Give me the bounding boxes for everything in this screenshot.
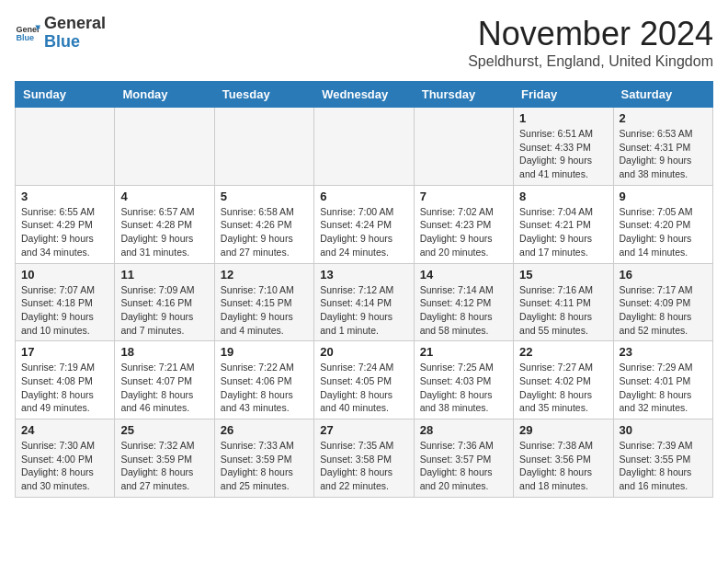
day-info: Sunrise: 7:21 AM Sunset: 4:07 PM Dayligh…	[120, 361, 208, 415]
calendar-cell: 21Sunrise: 7:25 AM Sunset: 4:03 PM Dayli…	[414, 341, 513, 419]
day-number: 17	[21, 345, 108, 359]
day-number: 5	[221, 190, 308, 203]
day-info: Sunrise: 6:55 AM Sunset: 4:29 PM Dayligh…	[21, 205, 108, 259]
day-number: 11	[120, 268, 208, 282]
calendar-cell: 14Sunrise: 7:14 AM Sunset: 4:12 PM Dayli…	[414, 263, 513, 341]
calendar-cell: 18Sunrise: 7:21 AM Sunset: 4:07 PM Dayli…	[115, 341, 214, 419]
day-number: 15	[519, 268, 607, 282]
day-info: Sunrise: 7:16 AM Sunset: 4:11 PM Dayligh…	[519, 283, 607, 338]
svg-text:Blue: Blue	[16, 33, 34, 42]
day-number: 1	[519, 111, 607, 125]
day-info: Sunrise: 7:39 AM Sunset: 3:55 PM Dayligh…	[620, 439, 707, 493]
day-number: 3	[21, 190, 108, 203]
day-number: 28	[420, 423, 507, 437]
logo: General Blue General Blue	[15, 15, 106, 52]
calendar-cell	[214, 108, 313, 186]
day-number: 27	[320, 423, 407, 437]
calendar-week-row: 17Sunrise: 7:19 AM Sunset: 4:08 PM Dayli…	[16, 341, 713, 419]
weekday-header: Wednesday	[314, 82, 414, 108]
calendar-cell	[414, 108, 513, 186]
day-info: Sunrise: 7:29 AM Sunset: 4:01 PM Dayligh…	[620, 361, 707, 415]
calendar-cell: 9Sunrise: 7:05 AM Sunset: 4:20 PM Daylig…	[613, 185, 712, 263]
day-number: 26	[221, 423, 308, 437]
day-number: 4	[120, 190, 208, 203]
day-number: 9	[620, 190, 707, 203]
day-info: Sunrise: 7:19 AM Sunset: 4:08 PM Dayligh…	[21, 361, 108, 415]
calendar-cell	[16, 108, 115, 186]
header: General Blue General Blue November 2024 …	[15, 15, 713, 70]
calendar-cell: 5Sunrise: 6:58 AM Sunset: 4:26 PM Daylig…	[214, 185, 313, 263]
day-info: Sunrise: 6:51 AM Sunset: 4:33 PM Dayligh…	[519, 127, 607, 181]
calendar-cell: 29Sunrise: 7:38 AM Sunset: 3:56 PM Dayli…	[514, 419, 613, 498]
calendar-week-row: 24Sunrise: 7:30 AM Sunset: 4:00 PM Dayli…	[16, 419, 713, 498]
calendar-cell: 30Sunrise: 7:39 AM Sunset: 3:55 PM Dayli…	[613, 419, 712, 498]
calendar-week-row: 10Sunrise: 7:07 AM Sunset: 4:18 PM Dayli…	[16, 263, 713, 341]
day-number: 10	[21, 268, 108, 282]
calendar-cell: 13Sunrise: 7:12 AM Sunset: 4:14 PM Dayli…	[314, 263, 414, 341]
calendar-week-row: 3Sunrise: 6:55 AM Sunset: 4:29 PM Daylig…	[16, 185, 713, 263]
day-number: 2	[620, 111, 707, 125]
day-info: Sunrise: 7:36 AM Sunset: 3:57 PM Dayligh…	[420, 439, 507, 493]
day-info: Sunrise: 7:22 AM Sunset: 4:06 PM Dayligh…	[221, 361, 308, 415]
calendar-header-row: SundayMondayTuesdayWednesdayThursdayFrid…	[16, 82, 713, 108]
day-info: Sunrise: 7:24 AM Sunset: 4:05 PM Dayligh…	[320, 361, 407, 415]
day-info: Sunrise: 7:05 AM Sunset: 4:20 PM Dayligh…	[620, 205, 707, 259]
calendar-cell	[115, 108, 214, 186]
day-number: 24	[21, 423, 108, 437]
title-area: November 2024 Speldhurst, England, Unite…	[468, 15, 713, 70]
day-info: Sunrise: 7:00 AM Sunset: 4:24 PM Dayligh…	[320, 205, 407, 259]
calendar-cell: 3Sunrise: 6:55 AM Sunset: 4:29 PM Daylig…	[16, 185, 115, 263]
day-number: 29	[519, 423, 607, 437]
calendar-cell: 15Sunrise: 7:16 AM Sunset: 4:11 PM Dayli…	[514, 263, 613, 341]
calendar-cell: 25Sunrise: 7:32 AM Sunset: 3:59 PM Dayli…	[115, 419, 214, 498]
day-info: Sunrise: 7:27 AM Sunset: 4:02 PM Dayligh…	[519, 361, 607, 415]
calendar-body: 1Sunrise: 6:51 AM Sunset: 4:33 PM Daylig…	[16, 108, 713, 498]
weekday-header: Tuesday	[214, 82, 313, 108]
calendar-cell: 27Sunrise: 7:35 AM Sunset: 3:58 PM Dayli…	[314, 419, 414, 498]
day-info: Sunrise: 6:57 AM Sunset: 4:28 PM Dayligh…	[120, 205, 208, 259]
location: Speldhurst, England, United Kingdom	[468, 53, 713, 70]
day-number: 16	[620, 268, 707, 282]
calendar-cell: 26Sunrise: 7:33 AM Sunset: 3:59 PM Dayli…	[214, 419, 313, 498]
calendar-cell: 23Sunrise: 7:29 AM Sunset: 4:01 PM Dayli…	[613, 341, 712, 419]
day-number: 14	[420, 268, 507, 282]
calendar-cell: 1Sunrise: 6:51 AM Sunset: 4:33 PM Daylig…	[514, 108, 613, 186]
day-info: Sunrise: 7:32 AM Sunset: 3:59 PM Dayligh…	[120, 439, 208, 493]
calendar-cell: 11Sunrise: 7:09 AM Sunset: 4:16 PM Dayli…	[115, 263, 214, 341]
month-title: November 2024	[468, 15, 713, 53]
calendar-cell: 7Sunrise: 7:02 AM Sunset: 4:23 PM Daylig…	[414, 185, 513, 263]
day-info: Sunrise: 7:35 AM Sunset: 3:58 PM Dayligh…	[320, 439, 407, 493]
day-info: Sunrise: 7:04 AM Sunset: 4:21 PM Dayligh…	[519, 205, 607, 259]
day-info: Sunrise: 7:25 AM Sunset: 4:03 PM Dayligh…	[420, 361, 507, 415]
day-number: 25	[120, 423, 208, 437]
calendar-cell: 20Sunrise: 7:24 AM Sunset: 4:05 PM Dayli…	[314, 341, 414, 419]
calendar-cell: 6Sunrise: 7:00 AM Sunset: 4:24 PM Daylig…	[314, 185, 414, 263]
calendar-cell: 24Sunrise: 7:30 AM Sunset: 4:00 PM Dayli…	[16, 419, 115, 498]
calendar-cell: 12Sunrise: 7:10 AM Sunset: 4:15 PM Dayli…	[214, 263, 313, 341]
day-number: 20	[320, 345, 407, 359]
day-number: 12	[221, 268, 308, 282]
calendar-cell: 28Sunrise: 7:36 AM Sunset: 3:57 PM Dayli…	[414, 419, 513, 498]
calendar-cell: 10Sunrise: 7:07 AM Sunset: 4:18 PM Dayli…	[16, 263, 115, 341]
day-info: Sunrise: 6:58 AM Sunset: 4:26 PM Dayligh…	[221, 205, 308, 259]
calendar-cell: 8Sunrise: 7:04 AM Sunset: 4:21 PM Daylig…	[514, 185, 613, 263]
day-number: 7	[420, 190, 507, 203]
day-number: 8	[519, 190, 607, 203]
day-number: 6	[320, 190, 407, 203]
day-info: Sunrise: 7:10 AM Sunset: 4:15 PM Dayligh…	[221, 283, 308, 338]
day-info: Sunrise: 7:17 AM Sunset: 4:09 PM Dayligh…	[620, 283, 707, 338]
calendar-cell	[314, 108, 414, 186]
day-info: Sunrise: 7:12 AM Sunset: 4:14 PM Dayligh…	[320, 283, 407, 338]
logo-text: General Blue	[44, 15, 106, 52]
day-number: 22	[519, 345, 607, 359]
day-info: Sunrise: 7:38 AM Sunset: 3:56 PM Dayligh…	[519, 439, 607, 493]
day-info: Sunrise: 7:07 AM Sunset: 4:18 PM Dayligh…	[21, 283, 108, 338]
weekday-header: Sunday	[16, 82, 115, 108]
calendar-cell: 19Sunrise: 7:22 AM Sunset: 4:06 PM Dayli…	[214, 341, 313, 419]
calendar-cell: 2Sunrise: 6:53 AM Sunset: 4:31 PM Daylig…	[613, 108, 712, 186]
day-number: 30	[620, 423, 707, 437]
day-number: 21	[420, 345, 507, 359]
weekday-header: Thursday	[414, 82, 513, 108]
day-number: 18	[120, 345, 208, 359]
calendar-cell: 17Sunrise: 7:19 AM Sunset: 4:08 PM Dayli…	[16, 341, 115, 419]
